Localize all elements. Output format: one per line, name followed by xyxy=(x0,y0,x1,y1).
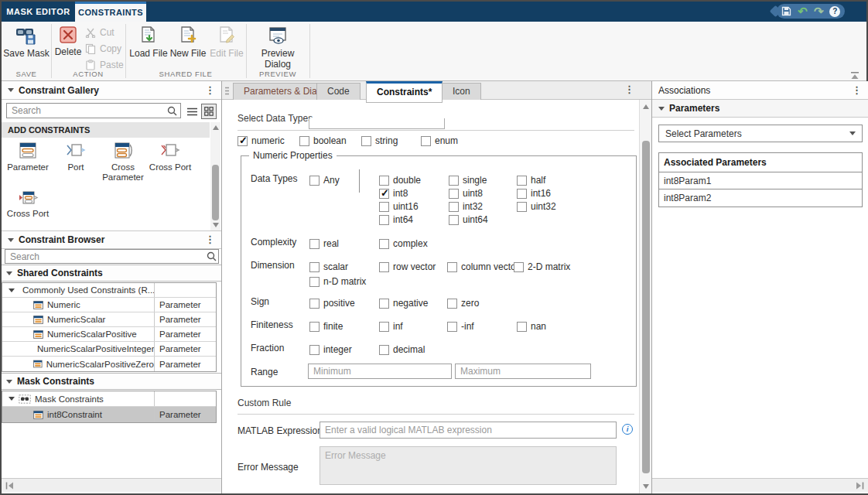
center-scrollbar-thumb[interactable] xyxy=(642,141,650,473)
range-minimum-input[interactable] xyxy=(308,364,452,379)
tab-mask-editor[interactable]: MASK EDITOR xyxy=(2,2,75,22)
grid-view-button[interactable] xyxy=(201,104,217,119)
checkbox-string[interactable]: string xyxy=(361,135,398,146)
splitter-grip-icon[interactable] xyxy=(224,87,230,95)
center-scrollbar[interactable] xyxy=(639,100,651,493)
collapse-gallery-icon[interactable] xyxy=(8,88,14,92)
scroll-down-icon[interactable] xyxy=(643,484,649,489)
collapse-node-icon[interactable] xyxy=(9,397,15,401)
matlab-expression-input[interactable] xyxy=(320,422,617,439)
scroll-up-icon[interactable] xyxy=(643,104,649,109)
checkbox-box xyxy=(361,136,371,146)
gallery-item-cross-parameter[interactable]: Cross Parameter xyxy=(99,142,147,183)
checkbox-numeric[interactable]: numeric xyxy=(238,135,285,146)
checkbox-integer[interactable]: integer xyxy=(309,344,352,355)
checkbox-uint32[interactable]: uint32 xyxy=(517,201,556,212)
scroll-home-icon[interactable] xyxy=(5,482,14,490)
preview-dialog-button[interactable]: Preview Dialog xyxy=(249,24,306,70)
ribbon: Save Mask SAVE Delete Cut Copy Paste ACT… xyxy=(2,22,866,81)
shared-constraints-header[interactable]: Shared Constraints xyxy=(2,265,221,282)
checkbox-int8[interactable]: int8 xyxy=(379,188,408,199)
load-file-button[interactable]: Load File xyxy=(128,24,169,70)
right-horizontal-scrollbar[interactable] xyxy=(652,478,868,492)
checkbox-scalar[interactable]: scalar xyxy=(309,261,348,272)
checkbox-half[interactable]: half xyxy=(517,175,545,186)
tab-constraints[interactable]: Constraints* xyxy=(366,81,443,103)
gallery-scrollbar[interactable] xyxy=(210,122,220,230)
error-message-textarea[interactable] xyxy=(320,446,617,485)
checkbox-real[interactable]: real xyxy=(309,238,339,249)
tab-constraints-context[interactable]: CONSTRAINTS xyxy=(75,2,146,22)
checkbox-uint64[interactable]: uint64 xyxy=(449,214,488,225)
checkbox-nan[interactable]: nan xyxy=(517,321,546,332)
gallery-item-port[interactable]: Port xyxy=(52,142,100,172)
checkbox-neg-inf[interactable]: -inf xyxy=(447,321,474,332)
parameters-section-header[interactable]: Parameters xyxy=(652,100,868,118)
checkbox-decimal[interactable]: decimal xyxy=(379,344,425,355)
checkbox-zero[interactable]: zero xyxy=(447,298,479,309)
checkbox-positive[interactable]: positive xyxy=(309,298,355,309)
tab-icon[interactable]: Icon xyxy=(442,83,481,100)
delete-button[interactable]: Delete xyxy=(53,24,84,70)
error-message-label: Error Message xyxy=(238,462,299,473)
info-icon[interactable]: i xyxy=(622,424,633,435)
checkbox-2d-matrix[interactable]: 2-D matrix xyxy=(514,261,570,272)
tree-row-numericscalarpositive[interactable]: NumericScalarPositive Parameter xyxy=(2,327,216,342)
tree-row-numeric[interactable]: Numeric Parameter xyxy=(2,298,216,312)
browser-menu-icon[interactable]: ⋮ xyxy=(205,235,215,244)
save-mask-button[interactable]: Save Mask xyxy=(3,24,50,70)
redo-icon[interactable]: ↷ xyxy=(812,5,825,18)
gallery-item-cross-port-2[interactable]: Cross Port xyxy=(4,189,52,219)
tree-row-numericscalar[interactable]: NumericScalar Parameter xyxy=(2,312,216,327)
checkbox-column-vector[interactable]: column vector xyxy=(447,261,519,272)
checkbox-int64[interactable]: int64 xyxy=(379,214,413,225)
checkbox-int16[interactable]: int16 xyxy=(517,188,551,199)
collapse-node-icon[interactable] xyxy=(9,288,15,292)
gallery-item-cross-port[interactable]: Cross Port xyxy=(146,142,194,172)
tree-row-root[interactable]: Commonly Used Constraints (R... xyxy=(2,283,216,298)
tree-row-numericscalarpositiveinteger[interactable]: NumericScalarPositiveInteger Parameter xyxy=(2,342,216,357)
gallery-scrollbar-thumb[interactable] xyxy=(212,165,219,220)
collapse-ribbon-button[interactable] xyxy=(849,71,860,82)
checkbox-any[interactable]: Any xyxy=(309,175,340,186)
gallery-item-parameter[interactable]: Parameter xyxy=(4,142,52,172)
tree-row-numericscalarpositivezero[interactable]: NumericScalarPositiveZero Parameter xyxy=(2,357,216,371)
help-icon[interactable]: ? xyxy=(829,5,841,18)
associated-parameter-row[interactable]: int8Param2 xyxy=(659,189,862,207)
mask-editor-window: MASK EDITOR CONSTRAINTS ↶ ↷ ? Save Mask … xyxy=(0,0,868,495)
select-parameters-dropdown[interactable]: Select Parameters xyxy=(658,125,863,142)
checkbox-int32[interactable]: int32 xyxy=(449,201,483,212)
checkbox-row-vector[interactable]: row vector xyxy=(379,261,436,272)
range-maximum-input[interactable] xyxy=(455,364,591,379)
gallery-search-input[interactable] xyxy=(6,103,181,118)
associations-menu-icon[interactable]: ⋮ xyxy=(852,86,862,95)
checkbox-boolean[interactable]: boolean xyxy=(299,135,347,146)
collapse-browser-icon[interactable] xyxy=(8,238,14,242)
mask-constraints-header[interactable]: Mask Constraints xyxy=(2,373,221,390)
save-icon[interactable] xyxy=(781,5,793,18)
associated-parameter-row[interactable]: int8Param1 xyxy=(659,172,862,189)
checkbox-negative[interactable]: negative xyxy=(379,298,428,309)
checkbox-nd-matrix[interactable]: n-D matrix xyxy=(309,276,366,287)
checkbox-uint8[interactable]: uint8 xyxy=(449,188,483,199)
scroll-end-icon[interactable] xyxy=(856,482,864,490)
checkbox-inf[interactable]: inf xyxy=(379,321,403,332)
tab-code[interactable]: Code xyxy=(316,83,361,100)
scroll-up-icon[interactable] xyxy=(213,125,219,130)
checkbox-complex[interactable]: complex xyxy=(379,238,428,249)
gallery-menu-icon[interactable]: ⋮ xyxy=(205,86,215,95)
checkbox-finite[interactable]: finite xyxy=(309,321,343,332)
tabbar-menu-icon[interactable]: ⋮ xyxy=(624,85,634,94)
new-file-button[interactable]: New File xyxy=(169,24,207,70)
left-horizontal-scrollbar[interactable] xyxy=(2,478,221,492)
checkbox-enum[interactable]: enum xyxy=(421,135,458,146)
tree-row-mask-root[interactable]: Mask Constraints xyxy=(2,391,216,407)
undo-icon[interactable]: ↶ xyxy=(797,5,809,18)
scroll-down-icon[interactable] xyxy=(213,223,219,227)
browser-search-input[interactable] xyxy=(5,249,219,264)
checkbox-double[interactable]: double xyxy=(379,175,421,186)
checkbox-uint16[interactable]: uint16 xyxy=(379,201,419,212)
tree-row-int8constraint[interactable]: int8Constraint Parameter xyxy=(2,407,216,422)
list-view-button[interactable] xyxy=(185,104,199,118)
checkbox-single[interactable]: single xyxy=(449,175,487,186)
